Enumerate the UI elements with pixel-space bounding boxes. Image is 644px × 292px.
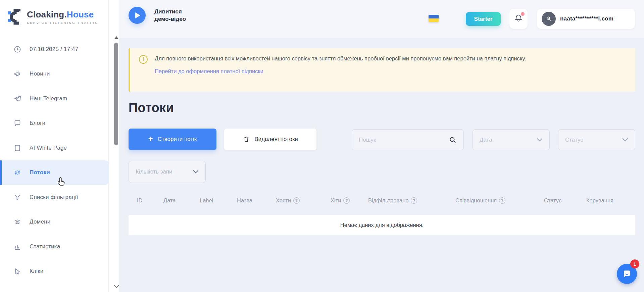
trial-warning-banner: ! Для повного використання всіх можливос… <box>129 48 635 92</box>
chat-unread-badge: 1 <box>630 259 639 269</box>
sidebar-item-label: AI White Page <box>30 145 67 151</box>
column-header-label: Label <box>200 197 213 204</box>
sidebar-item-label: Наш Telegram <box>30 95 67 102</box>
watch-demo-label: Дивитися демо-відео <box>154 8 191 23</box>
clock-icon <box>13 45 21 53</box>
svg-text:w: w <box>16 220 19 224</box>
column-header-name: Назва <box>237 197 252 204</box>
brand-name: Cloaking.House <box>27 9 98 20</box>
search-field <box>352 129 464 150</box>
column-header-filtered: Відфільтровано? <box>368 197 417 204</box>
column-header-status: Статус <box>544 197 561 204</box>
page-title: Потоки <box>129 101 174 115</box>
telegram-icon <box>13 95 21 103</box>
sidebar-item-label: Домени <box>30 218 50 225</box>
sidebar-item-news[interactable]: Новини <box>0 62 109 87</box>
column-header-date: Дата <box>163 197 176 204</box>
language-flag-ukraine[interactable] <box>429 15 439 22</box>
chat-icon <box>13 119 21 127</box>
help-icon[interactable]: ? <box>411 197 417 204</box>
sidebar-item-statistics[interactable]: Статистика <box>0 234 109 259</box>
column-header-ratio: Співвідношення? <box>455 197 505 204</box>
table-empty-state: Немає даних для відображення. <box>129 215 635 235</box>
status-filter-select[interactable]: Статус <box>558 129 635 150</box>
sidebar-item-clicks[interactable]: Кліки <box>0 259 109 284</box>
avatar <box>542 12 556 26</box>
column-header-hosts: Хости? <box>276 197 300 204</box>
warning-icon: ! <box>139 55 148 64</box>
sidebar-item-label: Блоги <box>30 120 45 127</box>
page-icon <box>13 144 21 152</box>
column-header-actions: Керування <box>586 197 613 204</box>
sidebar-scroll-down-chevron[interactable] <box>113 284 119 290</box>
sidebar-nav: 07.10.2025 / 17:47 Новини Наш Telegram Б… <box>0 37 109 284</box>
stats-icon <box>13 243 21 251</box>
sidebar-item-streams[interactable]: Потоки <box>0 160 109 185</box>
empty-state-text: Немає даних для відображення. <box>340 222 424 228</box>
watch-demo-button[interactable]: Дивитися демо-відео <box>129 7 191 24</box>
trial-warning-text: Для повного використання всіх можливосте… <box>155 54 526 64</box>
sidebar-scrollbar-thumb[interactable] <box>114 43 118 145</box>
brand-logo-icon <box>8 8 23 26</box>
search-icon[interactable] <box>449 136 457 144</box>
per-page-select[interactable]: Кількість запи <box>129 161 206 183</box>
app-root: Дивитися демо-відео Starter naata*******… <box>0 0 644 292</box>
column-header-hits: Хіти? <box>331 197 350 204</box>
brand-logo[interactable]: Cloaking.House SERVICE FILTERING TRAFFIC <box>8 8 98 26</box>
sidebar-item-telegram[interactable]: Наш Telegram <box>0 86 109 111</box>
search-input[interactable] <box>359 137 449 143</box>
sidebar-item-label: Списки фільтрації <box>30 194 78 201</box>
brand-tagline: SERVICE FILTERING TRAFFIC <box>27 21 98 25</box>
chevron-down-icon <box>622 138 628 142</box>
user-email: naata**********l.com <box>560 15 613 22</box>
notification-dot <box>521 12 525 16</box>
cursor-icon <box>13 267 21 275</box>
sidebar-item-label: 07.10.2025 / 17:47 <box>30 46 78 53</box>
sidebar-item-label: Новини <box>30 70 50 77</box>
user-account-button[interactable]: naata**********l.com <box>537 9 635 29</box>
domains-icon: w <box>13 218 21 226</box>
topbar: Дивитися демо-відео Starter naata*******… <box>119 0 644 38</box>
sidebar-item-label: Статистика <box>30 243 60 250</box>
sidebar-item-domains[interactable]: w Домени <box>0 210 109 235</box>
plan-badge-button[interactable]: Starter <box>466 12 501 26</box>
date-filter-select[interactable]: Дата <box>473 129 550 150</box>
chevron-down-icon <box>537 138 543 142</box>
sidebar-datetime: 07.10.2025 / 17:47 <box>0 37 109 62</box>
trash-icon <box>243 136 250 143</box>
create-stream-button[interactable]: + Створити потік <box>129 129 216 150</box>
deleted-streams-button[interactable]: Видалені потоки <box>224 129 316 150</box>
funnel-icon <box>13 193 21 201</box>
sidebar-item-label: Потоки <box>30 169 50 176</box>
sync-icon <box>13 168 21 177</box>
megaphone-icon <box>13 70 21 78</box>
column-header-id: ID <box>137 197 143 204</box>
sidebar-scroll-up-arrow[interactable] <box>114 36 118 39</box>
chevron-down-icon <box>193 170 199 174</box>
sidebar-item-ai-white-page[interactable]: AI White Page <box>0 136 109 160</box>
upgrade-subscription-link[interactable]: Перейти до оформлення платної підписки <box>155 68 263 75</box>
help-icon[interactable]: ? <box>343 197 350 204</box>
sidebar-item-filter-lists[interactable]: Списки фільтрації <box>0 185 109 210</box>
play-icon[interactable] <box>129 7 146 24</box>
notifications-button[interactable] <box>509 9 528 29</box>
sidebar: Cloaking.House SERVICE FILTERING TRAFFIC… <box>0 0 109 292</box>
help-icon[interactable]: ? <box>293 197 300 204</box>
help-icon[interactable]: ? <box>499 197 505 204</box>
sidebar-item-label: Кліки <box>30 268 44 275</box>
sidebar-item-blogs[interactable]: Блоги <box>0 111 109 136</box>
chat-bubble-icon <box>622 269 632 279</box>
